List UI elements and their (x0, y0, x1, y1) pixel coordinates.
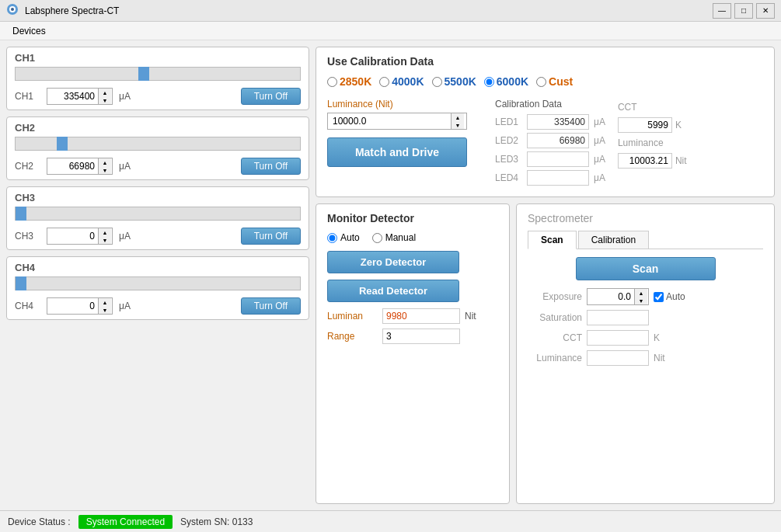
cct-value-input[interactable] (618, 117, 672, 133)
ch1-turn-off-button[interactable]: Turn Off (241, 88, 301, 105)
ch3-value-input[interactable] (47, 229, 98, 243)
ch3-title: CH3 (15, 192, 301, 203)
zero-detector-button[interactable]: Zero Detector (327, 251, 459, 273)
connected-badge: System Connected (78, 515, 173, 529)
monitor-auto-radio[interactable]: Auto (327, 232, 360, 243)
ch3-slider[interactable] (15, 207, 301, 221)
ch3-spinbox: ▲ ▼ (47, 228, 113, 245)
window-title: Labsphere Spectra-CT (25, 5, 706, 16)
ch2-slider[interactable] (15, 137, 301, 151)
led3-label: LED3 (495, 154, 522, 165)
saturation-value-input[interactable] (587, 310, 649, 325)
radio-4000k[interactable]: 4000K (379, 75, 424, 88)
ch3-spin-down[interactable]: ▼ (99, 236, 111, 244)
maximize-button[interactable]: □ (734, 3, 753, 19)
svg-point-2 (11, 8, 14, 11)
ch2-title: CH2 (15, 122, 301, 134)
calibration-body: Luminance (Nit) ▲ ▼ Match and Drive (327, 99, 763, 189)
app-icon (6, 3, 19, 18)
monitor-title: Monitor Detector (327, 212, 498, 224)
ch2-spin-up[interactable]: ▲ (99, 158, 111, 166)
ch4-turn-off-button[interactable]: Turn Off (241, 297, 301, 315)
saturation-label: Saturation (528, 312, 582, 323)
auto-checkbox[interactable] (654, 292, 664, 302)
ch1-spin-up[interactable]: ▲ (99, 89, 111, 96)
device-status-label: Device Status : (8, 516, 71, 527)
match-drive-button[interactable]: Match and Drive (327, 137, 467, 167)
exposure-spin-up[interactable]: ▲ (635, 289, 647, 297)
ch3-turn-off-button[interactable]: Turn Off (241, 228, 301, 245)
menu-devices[interactable]: Devices (6, 24, 52, 38)
ch2-spin-down[interactable]: ▼ (99, 166, 111, 174)
radio-cust[interactable]: Cust (536, 75, 573, 88)
exposure-spin-down[interactable]: ▼ (635, 297, 647, 304)
monitor-auto-input[interactable] (327, 233, 337, 243)
radio-5500k[interactable]: 5500K (432, 75, 476, 88)
calibration-data-box: Calibration Data LED1 μA LED2 μA (495, 99, 763, 189)
ch4-value-input[interactable] (47, 299, 98, 313)
ch4-spin-down[interactable]: ▼ (99, 306, 111, 314)
cal-data-title: Calibration Data (495, 99, 605, 110)
range-value-input[interactable] (382, 329, 460, 344)
luminance-out-value-input[interactable] (618, 153, 672, 169)
read-detector-button[interactable]: Read Detector (327, 280, 459, 302)
ch4-arrows: ▲ ▼ (98, 298, 111, 314)
channel-4-box: CH4 CH4 ▲ ▼ μA Turn Off (6, 256, 309, 320)
spec-cct-row: CCT K (528, 330, 763, 346)
led3-value-input[interactable] (527, 151, 589, 167)
ch1-value-input[interactable] (47, 89, 98, 103)
spec-cct-unit: K (654, 332, 660, 343)
led4-value-input[interactable] (527, 170, 589, 186)
ch4-spin-up[interactable]: ▲ (99, 298, 111, 306)
led2-value-input[interactable] (527, 133, 589, 148)
ch2-slider-container (15, 137, 301, 153)
luminan-value-input[interactable] (382, 308, 460, 324)
tab-calibration[interactable]: Calibration (578, 231, 649, 249)
cct-label: CCT (618, 102, 672, 113)
close-button[interactable]: ✕ (756, 3, 775, 19)
scan-button[interactable]: Scan (576, 257, 716, 280)
ch2-turn-off-button[interactable]: Turn Off (241, 158, 301, 175)
auto-check-label[interactable]: Auto (654, 291, 685, 302)
led4-label: LED4 (495, 172, 522, 183)
monitor-manual-radio[interactable]: Manual (372, 232, 416, 243)
radio-2850k-input[interactable] (327, 77, 337, 87)
ch3-spin-up[interactable]: ▲ (99, 228, 111, 236)
radio-4000k-input[interactable] (379, 77, 389, 87)
tab-scan[interactable]: Scan (528, 231, 577, 249)
ch2-value-input[interactable] (47, 159, 98, 173)
ch1-slider-container (15, 67, 301, 83)
spec-cct-value-input[interactable] (587, 330, 649, 346)
sn-label: System SN: 0133 (180, 516, 253, 527)
spec-luminance-value-input[interactable] (587, 350, 649, 366)
spec-luminance-label: Luminance (528, 353, 582, 363)
monitor-manual-input[interactable] (372, 233, 382, 243)
luminance-value-input[interactable] (328, 113, 451, 129)
exposure-value-input[interactable] (587, 290, 634, 304)
monitor-manual-label: Manual (385, 232, 416, 243)
calibration-radio-group: 2850K 4000K 5500K 6000K Cust (327, 75, 763, 88)
ch1-spin-down[interactable]: ▼ (99, 96, 111, 104)
radio-5500k-input[interactable] (432, 77, 442, 87)
channel-2-box: CH2 CH2 ▲ ▼ μA Turn Off (6, 116, 309, 180)
led4-unit: μA (594, 172, 605, 183)
luminance-spin-down[interactable]: ▼ (452, 121, 464, 129)
monitor-auto-label: Auto (340, 232, 360, 243)
ch1-slider[interactable] (15, 67, 301, 81)
range-row: Range (327, 329, 498, 344)
radio-6000k[interactable]: 6000K (484, 75, 528, 88)
radio-2850k[interactable]: 2850K (327, 75, 371, 88)
calibration-title: Use Calibration Data (327, 55, 763, 68)
led1-value-input[interactable] (527, 114, 589, 130)
radio-2850k-label: 2850K (340, 75, 371, 88)
minimize-button[interactable]: — (713, 3, 731, 19)
luminance-spin-up[interactable]: ▲ (452, 113, 464, 121)
radio-cust-input[interactable] (536, 77, 546, 87)
led1-unit: μA (594, 116, 605, 127)
bottom-panels: Monitor Detector Auto Manual Zero Detect… (316, 203, 775, 504)
radio-6000k-input[interactable] (484, 77, 494, 87)
ch4-slider[interactable] (15, 276, 301, 290)
radio-6000k-label: 6000K (497, 75, 528, 88)
led1-label: LED1 (495, 116, 522, 127)
ch2-unit: μA (119, 161, 131, 172)
